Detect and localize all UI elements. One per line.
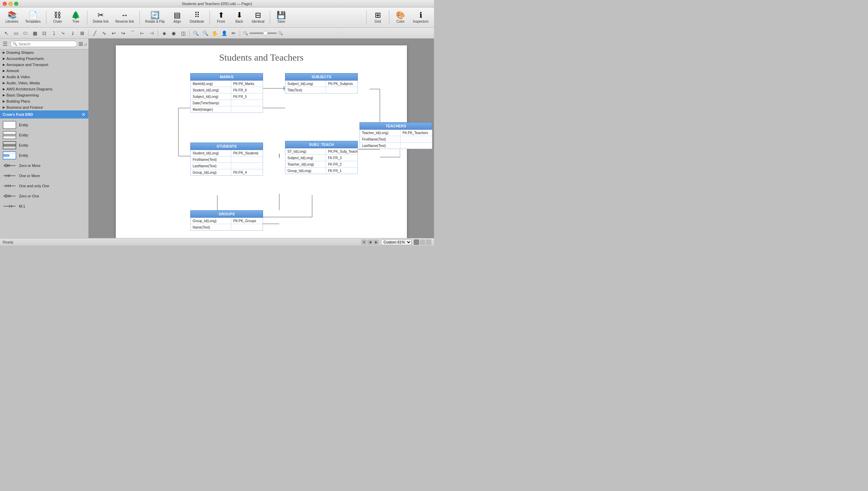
- shape-zero-or-one[interactable]: Zero or One: [0, 191, 88, 201]
- drawing-shapes-label: Drawing Shapes: [6, 50, 34, 55]
- delete-link-button[interactable]: ✂ Delete link: [90, 10, 111, 25]
- line-tool[interactable]: ╱: [90, 29, 99, 38]
- marks-cell-mark: Mark(Integer): [191, 106, 231, 112]
- table-tool[interactable]: ▦: [30, 29, 39, 38]
- redo-tool[interactable]: ↪: [119, 29, 128, 38]
- sidebar-item-audio-video-media[interactable]: ▶ Audio, Video, Media: [0, 80, 88, 86]
- color-button[interactable]: 🎨 Color: [392, 10, 409, 25]
- zoom-dropdown[interactable]: Custom 61% 50% 75% 100%: [381, 239, 412, 245]
- shape-entity-1[interactable]: Entity: [0, 120, 88, 130]
- curve-tool[interactable]: ∿: [100, 29, 109, 38]
- undo-tool[interactable]: ↩: [109, 29, 118, 38]
- maximize-button[interactable]: [14, 2, 18, 6]
- sidebar-item-basic-diagramming[interactable]: ▶ Basic Diagramming: [0, 92, 88, 98]
- subjects-table[interactable]: SUBJECTS Subject_Id(Long) PK:PK_Subjects…: [285, 73, 358, 93]
- inspectors-button[interactable]: ℹ Inspectors: [410, 10, 431, 25]
- pause-button[interactable]: ⏸: [361, 239, 367, 245]
- save-label: Save: [278, 20, 285, 23]
- close-group-button[interactable]: ✕: [82, 112, 86, 117]
- tree-button[interactable]: 🌲 Tree: [67, 10, 84, 25]
- zoom-minus-icon[interactable]: 🔍: [243, 31, 248, 36]
- window-controls[interactable]: [3, 2, 18, 6]
- sidebar-item-artwork[interactable]: ▶ Artwork: [0, 68, 88, 74]
- toolbar-right: ⊞ Grid 🎨 Color ℹ Inspectors: [365, 10, 431, 25]
- zoom-plus-icon[interactable]: 🔍: [278, 31, 283, 36]
- sidebar-item-building-plans[interactable]: ▶ Building Plans: [0, 98, 88, 104]
- groups-body: Group_Id(Long) PK:PK_Groups Name(Text): [190, 218, 263, 231]
- rect-tool[interactable]: ▭: [12, 29, 20, 38]
- next-page-button[interactable]: ▶: [373, 239, 379, 245]
- sidebar-search-box[interactable]: 🔍: [10, 41, 77, 47]
- rotate-flip-button[interactable]: 🔄 Rotate & Flip: [143, 10, 168, 25]
- ellipse-tool[interactable]: ⬭: [21, 29, 30, 38]
- sidebar-grid-view[interactable]: ⊞: [79, 41, 83, 47]
- sidebar-item-aerospace[interactable]: ▶ Aerospace and Transport: [0, 62, 88, 68]
- shape-zero-or-more[interactable]: Zero or More: [0, 161, 88, 171]
- teachers-table[interactable]: TEACHERS Teacher_Id(Long) PK:PK_Teachers…: [360, 122, 432, 149]
- expand-tool[interactable]: ⊞: [78, 29, 87, 38]
- align-button[interactable]: ▤ Align: [169, 10, 186, 25]
- arrange-tool[interactable]: ◉: [169, 29, 178, 38]
- zoom-in-tool[interactable]: 🔍: [201, 29, 210, 38]
- identical-button[interactable]: ⊟ Identical: [249, 10, 267, 25]
- front-button[interactable]: ⬆ Front: [213, 10, 230, 25]
- zoom-slider[interactable]: [249, 33, 277, 34]
- marks-cell-date: Date(TimeStamp): [191, 100, 231, 106]
- sidebar-item-drawing-shapes[interactable]: ▶ Drawing Shapes: [0, 49, 88, 56]
- select-tool[interactable]: ↖: [2, 29, 11, 38]
- zoom-out-tool[interactable]: 🔍: [191, 29, 200, 38]
- front-label: Front: [217, 20, 225, 23]
- shape-entity-4[interactable]: Entity: [0, 150, 88, 161]
- edge-tool[interactable]: ⊣: [147, 29, 156, 38]
- main-layout: ☰ 🔍 ⊞ ⌕ ▶ Drawing Shapes ▶ Accounting Fl…: [0, 39, 434, 238]
- sidebar-item-aws[interactable]: ▶ AWS Architecture Diagrams: [0, 86, 88, 92]
- groups-table[interactable]: GROUPS Group_Id(Long) PK:PK_Groups Name(…: [190, 210, 263, 231]
- view-mode-3[interactable]: [426, 239, 431, 245]
- format-tool[interactable]: ◈: [160, 29, 169, 38]
- multi-connect-tool[interactable]: ⤸: [68, 29, 77, 38]
- libraries-button[interactable]: 📚 Libraries: [3, 10, 21, 25]
- sidebar-item-accounting[interactable]: ▶ Accounting Flowcharts: [0, 56, 88, 62]
- ortho-tool[interactable]: ⊢: [138, 29, 147, 38]
- canvas-page[interactable]: Students and Teachers: [89, 39, 434, 238]
- shape-entity-3[interactable]: Entity: [0, 140, 88, 150]
- pan-tool[interactable]: ✋: [210, 29, 219, 38]
- save-button[interactable]: 💾 Save: [273, 10, 290, 25]
- sidebar-item-audio-video[interactable]: ▶ Audio & Video: [0, 74, 88, 80]
- grid-button[interactable]: ⊞ Grid: [369, 10, 386, 25]
- secondary-toolbar: ↖ ▭ ⬭ ▦ ⊡ ⤵ ⤷ ⤸ ⊞ ╱ ∿ ↩ ↪ ⌒ ⊢ ⊣ ◈ ◉ ◫ 🔍 …: [0, 28, 434, 39]
- bezier-tool[interactable]: ⌒: [128, 29, 137, 38]
- sidebar-item-business[interactable]: ▶ Business and Finance: [0, 104, 88, 110]
- shape-m1[interactable]: M:1: [0, 201, 88, 211]
- chain-button[interactable]: ⛓ Chain: [49, 10, 66, 25]
- view-mode-1[interactable]: [414, 239, 419, 245]
- shape-one-only[interactable]: One and only One: [0, 181, 88, 191]
- marks-table[interactable]: MARKS MarkId(Long) PK:PK_Marks Student_I…: [190, 73, 263, 113]
- sidebar-search-button[interactable]: ⌕: [84, 41, 87, 47]
- prev-page-button[interactable]: ◀: [367, 239, 373, 245]
- minimize-button[interactable]: [8, 2, 13, 6]
- group-tool[interactable]: ◫: [179, 29, 188, 38]
- user-tool[interactable]: 👤: [220, 29, 229, 38]
- search-input[interactable]: [19, 42, 75, 46]
- container-tool[interactable]: ⊡: [40, 29, 49, 38]
- auto-connect-tool[interactable]: ⤷: [59, 29, 68, 38]
- subj-teach-table[interactable]: SUBJ_TEACH ST_Id(Long) PK:PK_Subj_Teach …: [285, 141, 358, 174]
- distribute-button[interactable]: ⠿ Distribute: [187, 10, 207, 25]
- templates-button[interactable]: 📄 Templates: [22, 10, 43, 25]
- shape-one-or-more[interactable]: One or More: [0, 171, 88, 181]
- shape-entity-2[interactable]: Entity: [0, 130, 88, 140]
- close-button[interactable]: [3, 2, 7, 6]
- sidebar-list-view[interactable]: ☰: [1, 40, 9, 48]
- reverse-link-button[interactable]: ↔ Reverse link: [113, 10, 137, 25]
- subjteach-cell-id: ST_Id(Long): [285, 148, 326, 154]
- diagram-title: Students and Teachers: [123, 52, 400, 63]
- view-mode-2[interactable]: [420, 239, 425, 245]
- back-button[interactable]: ⬇ Back: [231, 10, 248, 25]
- pencil-tool[interactable]: ✏: [229, 29, 238, 38]
- arrow-icon: ▶: [3, 63, 5, 66]
- chain-label: Chain: [53, 20, 62, 23]
- students-table[interactable]: STUDENTS Student_Id(Long) PK:PK_Students…: [190, 143, 263, 176]
- one-or-more-label: One or More: [19, 174, 40, 178]
- connect-tool[interactable]: ⤵: [49, 29, 58, 38]
